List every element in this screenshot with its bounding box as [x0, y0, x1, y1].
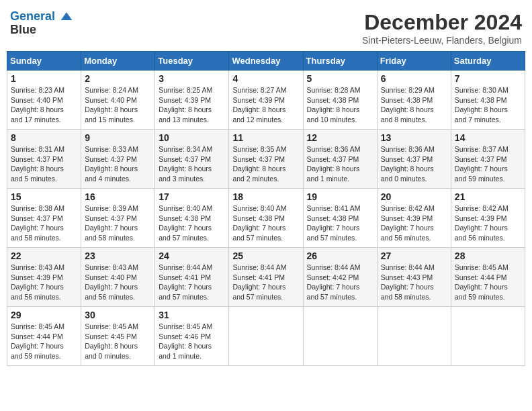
day-of-week-header: Wednesday: [229, 52, 303, 71]
calendar-cell: 13 Sunrise: 8:36 AM Sunset: 4:37 PM Dayl…: [377, 130, 451, 189]
day-info: Sunrise: 8:33 AM Sunset: 4:37 PM Dayligh…: [85, 144, 151, 184]
day-number: 16: [85, 191, 151, 202]
day-number: 5: [307, 73, 373, 84]
calendar-cell: 22 Sunrise: 8:43 AM Sunset: 4:39 PM Dayl…: [7, 248, 81, 307]
calendar-week-row: 8 Sunrise: 8:31 AM Sunset: 4:37 PM Dayli…: [7, 130, 525, 189]
day-number: 26: [307, 250, 373, 261]
calendar-cell: 18 Sunrise: 8:40 AM Sunset: 4:38 PM Dayl…: [229, 189, 303, 248]
calendar-cell: 1 Sunrise: 8:23 AM Sunset: 4:40 PM Dayli…: [7, 71, 81, 130]
calendar-cell: 2 Sunrise: 8:24 AM Sunset: 4:40 PM Dayli…: [81, 71, 155, 130]
day-info: Sunrise: 8:31 AM Sunset: 4:37 PM Dayligh…: [11, 144, 77, 184]
day-info: Sunrise: 8:24 AM Sunset: 4:40 PM Dayligh…: [85, 85, 151, 125]
calendar-cell: 5 Sunrise: 8:28 AM Sunset: 4:38 PM Dayli…: [303, 71, 377, 130]
calendar-cell: [377, 307, 451, 366]
calendar-cell: 17 Sunrise: 8:40 AM Sunset: 4:38 PM Dayl…: [155, 189, 229, 248]
calendar-week-row: 29 Sunrise: 8:45 AM Sunset: 4:44 PM Dayl…: [7, 307, 525, 366]
day-info: Sunrise: 8:23 AM Sunset: 4:40 PM Dayligh…: [11, 85, 77, 125]
svg-marker-0: [61, 13, 73, 21]
logo: General Blue: [10, 10, 73, 37]
day-info: Sunrise: 8:42 AM Sunset: 4:39 PM Dayligh…: [381, 203, 447, 243]
calendar-cell: 20 Sunrise: 8:42 AM Sunset: 4:39 PM Dayl…: [377, 189, 451, 248]
day-info: Sunrise: 8:28 AM Sunset: 4:38 PM Dayligh…: [307, 85, 373, 125]
day-info: Sunrise: 8:40 AM Sunset: 4:38 PM Dayligh…: [159, 203, 225, 243]
day-number: 19: [307, 191, 373, 202]
day-of-week-header: Sunday: [7, 52, 81, 71]
day-number: 20: [381, 191, 447, 202]
calendar-cell: 26 Sunrise: 8:44 AM Sunset: 4:42 PM Dayl…: [303, 248, 377, 307]
day-number: 25: [232, 250, 299, 261]
day-number: 27: [381, 250, 447, 261]
day-number: 1: [11, 73, 77, 84]
day-number: 17: [159, 191, 225, 202]
day-info: Sunrise: 8:25 AM Sunset: 4:39 PM Dayligh…: [159, 85, 225, 125]
day-of-week-header: Friday: [377, 52, 451, 71]
day-info: Sunrise: 8:40 AM Sunset: 4:38 PM Dayligh…: [232, 203, 299, 243]
calendar-cell: 21 Sunrise: 8:42 AM Sunset: 4:39 PM Dayl…: [451, 189, 525, 248]
location: Sint-Pieters-Leeuw, Flanders, Belgium: [362, 35, 522, 46]
day-info: Sunrise: 8:41 AM Sunset: 4:38 PM Dayligh…: [307, 203, 373, 243]
day-number: 2: [85, 73, 151, 84]
day-number: 31: [159, 310, 225, 320]
calendar-cell: 15 Sunrise: 8:38 AM Sunset: 4:37 PM Dayl…: [7, 189, 81, 248]
day-info: Sunrise: 8:34 AM Sunset: 4:37 PM Dayligh…: [159, 144, 225, 184]
day-info: Sunrise: 8:45 AM Sunset: 4:46 PM Dayligh…: [159, 322, 225, 361]
calendar-cell: 3 Sunrise: 8:25 AM Sunset: 4:39 PM Dayli…: [155, 71, 229, 130]
calendar-cell: 4 Sunrise: 8:27 AM Sunset: 4:39 PM Dayli…: [229, 71, 303, 130]
calendar-cell: [229, 307, 303, 366]
calendar-cell: 10 Sunrise: 8:34 AM Sunset: 4:37 PM Dayl…: [155, 130, 229, 189]
day-info: Sunrise: 8:27 AM Sunset: 4:39 PM Dayligh…: [232, 85, 299, 125]
logo-text: General Blue: [10, 10, 73, 37]
calendar-cell: 27 Sunrise: 8:44 AM Sunset: 4:43 PM Dayl…: [377, 248, 451, 307]
day-info: Sunrise: 8:44 AM Sunset: 4:41 PM Dayligh…: [159, 263, 225, 302]
day-number: 3: [159, 73, 225, 84]
day-info: Sunrise: 8:45 AM Sunset: 4:44 PM Dayligh…: [11, 322, 77, 361]
day-number: 11: [232, 132, 299, 143]
day-number: 29: [11, 310, 77, 320]
calendar-cell: 19 Sunrise: 8:41 AM Sunset: 4:38 PM Dayl…: [303, 189, 377, 248]
day-number: 8: [11, 132, 77, 143]
day-info: Sunrise: 8:29 AM Sunset: 4:38 PM Dayligh…: [381, 85, 447, 125]
calendar-cell: 25 Sunrise: 8:44 AM Sunset: 4:41 PM Dayl…: [229, 248, 303, 307]
calendar-cell: 30 Sunrise: 8:45 AM Sunset: 4:45 PM Dayl…: [81, 307, 155, 366]
day-number: 14: [455, 132, 521, 143]
day-info: Sunrise: 8:44 AM Sunset: 4:42 PM Dayligh…: [307, 263, 373, 302]
calendar-cell: 23 Sunrise: 8:43 AM Sunset: 4:40 PM Dayl…: [81, 248, 155, 307]
page-header: General Blue December 2024 Sint-Pieters-…: [7, 7, 525, 46]
calendar-cell: 16 Sunrise: 8:39 AM Sunset: 4:37 PM Dayl…: [81, 189, 155, 248]
calendar-cell: 14 Sunrise: 8:37 AM Sunset: 4:37 PM Dayl…: [451, 130, 525, 189]
day-number: 30: [85, 310, 151, 320]
day-info: Sunrise: 8:43 AM Sunset: 4:40 PM Dayligh…: [85, 263, 151, 302]
day-of-week-header: Saturday: [451, 52, 525, 71]
calendar-week-row: 1 Sunrise: 8:23 AM Sunset: 4:40 PM Dayli…: [7, 71, 525, 130]
day-of-week-header: Monday: [81, 52, 155, 71]
calendar-cell: 24 Sunrise: 8:44 AM Sunset: 4:41 PM Dayl…: [155, 248, 229, 307]
day-info: Sunrise: 8:43 AM Sunset: 4:39 PM Dayligh…: [11, 263, 77, 302]
day-number: 22: [11, 250, 77, 261]
day-number: 18: [232, 191, 299, 202]
calendar-cell: 6 Sunrise: 8:29 AM Sunset: 4:38 PM Dayli…: [377, 71, 451, 130]
day-info: Sunrise: 8:35 AM Sunset: 4:37 PM Dayligh…: [232, 144, 299, 184]
day-number: 12: [307, 132, 373, 143]
day-info: Sunrise: 8:44 AM Sunset: 4:41 PM Dayligh…: [232, 263, 299, 302]
calendar-cell: 29 Sunrise: 8:45 AM Sunset: 4:44 PM Dayl…: [7, 307, 81, 366]
calendar-cell: 8 Sunrise: 8:31 AM Sunset: 4:37 PM Dayli…: [7, 130, 81, 189]
day-info: Sunrise: 8:39 AM Sunset: 4:37 PM Dayligh…: [85, 203, 151, 243]
day-info: Sunrise: 8:30 AM Sunset: 4:38 PM Dayligh…: [455, 85, 521, 125]
calendar-week-row: 22 Sunrise: 8:43 AM Sunset: 4:39 PM Dayl…: [7, 248, 525, 307]
day-info: Sunrise: 8:42 AM Sunset: 4:39 PM Dayligh…: [455, 203, 521, 243]
day-number: 7: [455, 73, 521, 84]
title-area: December 2024 Sint-Pieters-Leeuw, Flande…: [362, 10, 522, 46]
calendar-header-row: SundayMondayTuesdayWednesdayThursdayFrid…: [7, 52, 525, 71]
calendar-cell: 7 Sunrise: 8:30 AM Sunset: 4:38 PM Dayli…: [451, 71, 525, 130]
day-info: Sunrise: 8:38 AM Sunset: 4:37 PM Dayligh…: [11, 203, 77, 243]
day-info: Sunrise: 8:36 AM Sunset: 4:37 PM Dayligh…: [381, 144, 447, 184]
calendar-cell: 12 Sunrise: 8:36 AM Sunset: 4:37 PM Dayl…: [303, 130, 377, 189]
calendar-week-row: 15 Sunrise: 8:38 AM Sunset: 4:37 PM Dayl…: [7, 189, 525, 248]
day-number: 28: [455, 250, 521, 261]
calendar-table: SundayMondayTuesdayWednesdayThursdayFrid…: [7, 51, 525, 366]
day-number: 23: [85, 250, 151, 261]
day-of-week-header: Tuesday: [155, 52, 229, 71]
calendar-cell: [303, 307, 377, 366]
calendar-cell: 11 Sunrise: 8:35 AM Sunset: 4:37 PM Dayl…: [229, 130, 303, 189]
day-number: 13: [381, 132, 447, 143]
